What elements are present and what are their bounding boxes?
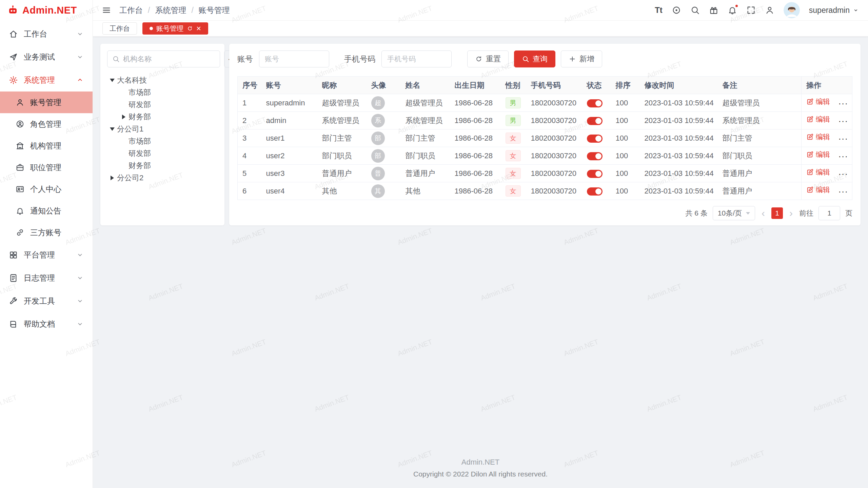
sidebar-item-business-test[interactable]: 业务测试 xyxy=(0,45,93,68)
edit-label: 编辑 xyxy=(816,185,830,195)
account-input[interactable] xyxy=(259,50,329,67)
tree-node-label: 研发部 xyxy=(129,100,151,110)
search-button[interactable]: 查询 xyxy=(514,50,555,67)
row-more-button[interactable]: ··· xyxy=(838,151,848,161)
tab-workbench[interactable]: 工作台 xyxy=(102,22,137,35)
caret-collapsed-icon[interactable] xyxy=(122,115,125,119)
status-toggle[interactable] xyxy=(587,135,603,143)
sidebar-item-account-manage[interactable]: 账号管理 xyxy=(0,92,93,113)
table-header-row: 序号 账号 昵称 头像 姓名 出生日期 性别 手机号码 状态 排序 修改时间 xyxy=(238,77,852,94)
tree-node[interactable]: 市场部 xyxy=(107,135,218,147)
refresh-icon[interactable] xyxy=(187,25,193,32)
sidebar-item-system-manage[interactable]: 系统管理 xyxy=(0,68,93,92)
tree-node[interactable]: 分公司1 xyxy=(107,123,218,135)
chevron-down-icon xyxy=(76,320,84,328)
search-icon[interactable] xyxy=(690,5,700,15)
status-toggle[interactable] xyxy=(587,187,603,196)
tree-node[interactable]: 研发部 xyxy=(107,147,218,160)
sidebar-item-dev-tools[interactable]: 开发工具 xyxy=(0,289,93,312)
edit-icon xyxy=(806,168,814,176)
sidebar-item-notice[interactable]: 通知公告 xyxy=(0,200,93,222)
target-circle-icon[interactable] xyxy=(672,5,681,15)
chevron-down-icon xyxy=(76,274,84,282)
org-name-search-input[interactable] xyxy=(123,55,215,63)
caret-collapsed-icon[interactable] xyxy=(111,176,114,180)
sidebar-item-third-party-account[interactable]: 三方账号 xyxy=(0,222,93,243)
tab-account-manage[interactable]: 账号管理 × xyxy=(142,22,208,35)
edit-button[interactable]: 编辑 xyxy=(806,167,830,177)
prev-page-button[interactable]: ‹ xyxy=(760,208,766,218)
bell-icon[interactable] xyxy=(728,5,737,15)
next-page-button[interactable]: › xyxy=(788,208,794,218)
tree-node-label: 大名科技 xyxy=(117,75,147,85)
fullscreen-icon[interactable] xyxy=(746,5,756,15)
page-size-select[interactable]: 10条/页 xyxy=(713,206,755,220)
row-more-button[interactable]: ··· xyxy=(838,169,848,179)
edit-icon xyxy=(806,133,814,141)
sidebar-item-position-manage[interactable]: 职位管理 xyxy=(0,157,93,178)
caret-expanded-icon[interactable] xyxy=(110,127,115,131)
sidebar-item-help-docs[interactable]: 帮助文档 xyxy=(0,312,93,336)
edit-button[interactable]: 编辑 xyxy=(806,185,830,195)
edit-label: 编辑 xyxy=(816,132,830,142)
sidebar-item-personal-center[interactable]: 个人中心 xyxy=(0,178,93,200)
current-page-button[interactable]: 1 xyxy=(771,207,783,219)
cell-account: user3 xyxy=(261,165,317,182)
cell-status xyxy=(582,147,611,165)
edit-button[interactable]: 编辑 xyxy=(806,132,830,142)
row-more-button[interactable]: ··· xyxy=(838,186,848,197)
gift-icon[interactable] xyxy=(709,5,718,15)
breadcrumb-item[interactable]: 系统管理 xyxy=(155,5,186,16)
edit-button[interactable]: 编辑 xyxy=(806,97,830,106)
goto-page-input[interactable] xyxy=(818,206,840,220)
row-more-button[interactable]: ··· xyxy=(838,134,848,144)
col-header: 出生日期 xyxy=(450,77,501,94)
tree-node[interactable]: 分公司2 xyxy=(107,172,218,184)
refresh-icon xyxy=(475,55,482,63)
cell-actions: 编辑 ··· xyxy=(802,94,852,112)
avatar[interactable] xyxy=(784,2,800,18)
status-toggle[interactable] xyxy=(587,99,603,107)
reset-button[interactable]: 重置 xyxy=(467,50,509,67)
search-icon xyxy=(522,55,529,63)
status-toggle[interactable] xyxy=(587,170,603,178)
tree-node[interactable]: 财务部 xyxy=(107,111,218,123)
phone-input[interactable] xyxy=(381,50,452,67)
col-header: 头像 xyxy=(367,77,401,94)
caret-expanded-icon[interactable] xyxy=(110,79,115,82)
cell-phone: 18020030720 xyxy=(526,182,582,200)
add-button[interactable]: 新增 xyxy=(561,50,602,67)
cell-birthday: 1986-06-28 xyxy=(450,182,501,200)
hamburger-menu-icon[interactable] xyxy=(102,5,111,15)
sidebar-item-platform-manage[interactable]: 平台管理 xyxy=(0,243,93,266)
footer-copyright: Copyright © 2022 Dilon All rights reserv… xyxy=(100,470,861,478)
tree-node[interactable]: 研发部 xyxy=(107,99,218,111)
status-toggle[interactable] xyxy=(587,152,603,160)
breadcrumb-item[interactable]: 工作台 xyxy=(119,5,143,16)
col-header: 操作 xyxy=(802,77,852,94)
edit-button[interactable]: 编辑 xyxy=(806,115,830,124)
edit-button[interactable]: 编辑 xyxy=(806,150,830,159)
user-menu[interactable]: superadmin xyxy=(809,6,859,15)
font-size-icon[interactable]: Tt xyxy=(655,5,663,15)
sidebar-item-org-manage[interactable]: 机构管理 xyxy=(0,135,93,157)
sidebar-item-log-manage[interactable]: 日志管理 xyxy=(0,266,93,289)
tree-node[interactable]: 财务部 xyxy=(107,160,218,172)
org-search-box xyxy=(107,50,220,67)
user-outline-icon[interactable] xyxy=(765,5,774,15)
topbar-actions: Tt xyxy=(655,2,859,18)
col-header: 序号 xyxy=(238,77,261,94)
row-more-button[interactable]: ··· xyxy=(838,116,848,126)
row-more-button[interactable]: ··· xyxy=(838,98,848,108)
sidebar-item-role-manage[interactable]: 角色管理 xyxy=(0,113,93,135)
cell-phone: 18020030720 xyxy=(526,94,582,112)
tree-node[interactable]: 市场部 xyxy=(107,86,218,99)
sidebar-item-label: 日志管理 xyxy=(24,273,55,283)
status-toggle[interactable] xyxy=(587,117,603,125)
chevron-down-icon xyxy=(76,53,84,61)
accounts-table: 序号 账号 昵称 头像 姓名 出生日期 性别 手机号码 状态 排序 修改时间 xyxy=(237,76,852,200)
sidebar-item-workbench[interactable]: 工作台 xyxy=(0,22,93,45)
tree-node-label: 财务部 xyxy=(129,112,151,122)
tree-node[interactable]: 大名科技 xyxy=(107,74,218,86)
close-icon[interactable]: × xyxy=(196,24,201,33)
